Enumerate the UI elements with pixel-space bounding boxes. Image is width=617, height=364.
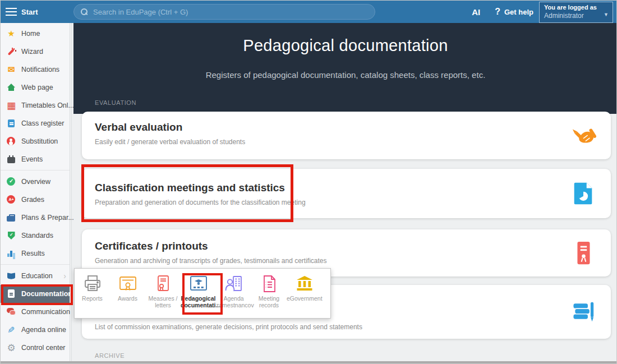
magic-wand-icon xyxy=(6,47,16,57)
card-subtitle: List of commission examinations, generat… xyxy=(95,323,362,331)
sidebar-item-education[interactable]: Education › xyxy=(1,267,70,285)
shield-icon xyxy=(6,231,16,241)
sidebar-item-label: Control center xyxy=(21,344,66,352)
sidebar-item-agenda-online[interactable]: Agenda online xyxy=(1,321,70,339)
ai-button[interactable]: AI xyxy=(472,7,480,17)
logged-as-label: You are logged as xyxy=(544,4,608,11)
page-subtitle: Registers of pedagogical documentation, … xyxy=(73,70,617,80)
sidebar-item-label: Class register xyxy=(21,119,64,127)
pen-icon xyxy=(6,325,16,335)
sidebar-item-web-page[interactable]: Web page xyxy=(1,79,70,96)
sidebar-item-label: Plans & Prepar... xyxy=(21,214,74,222)
page-title: Pedagogical documentation xyxy=(73,36,617,55)
sidebar-item-communication[interactable]: Communication › xyxy=(1,303,70,321)
meeting-records-icon xyxy=(259,274,279,294)
window-bottom-edge xyxy=(1,361,617,363)
sidebar-item-plans[interactable]: Plans & Prepar... xyxy=(1,209,70,227)
sidebar-item-standards[interactable]: Standards xyxy=(1,227,70,245)
calendar-icon xyxy=(6,154,16,164)
sidebar-item-grades[interactable]: Grades xyxy=(1,191,70,209)
sidebar-divider xyxy=(1,170,70,171)
sidebar-item-wizard[interactable]: Wizard xyxy=(1,43,70,61)
pedagogical-documentation-icon xyxy=(188,274,209,294)
card-verbal-evaluation[interactable]: Verbal evaluation Easily edit / generate… xyxy=(82,112,611,159)
bank-building-icon xyxy=(294,274,315,294)
bar-chart-icon xyxy=(6,248,16,259)
document-icon xyxy=(6,289,16,299)
popup-item-label: Agenda zamestnancov xyxy=(216,296,251,308)
sidebar-item-notifications[interactable]: Notifications xyxy=(1,61,70,79)
sidebar-scroll-track[interactable] xyxy=(71,23,72,364)
card-title: Classification meetings and statistics xyxy=(95,182,611,194)
start-button[interactable]: Start xyxy=(21,8,38,16)
popup-item-pedagogical-documentation[interactable]: Pedagogical documentati... xyxy=(181,274,216,318)
sidebar-item-label: Results xyxy=(21,250,45,257)
house-icon xyxy=(6,82,16,93)
popup-item-egovernment[interactable]: eGovernment xyxy=(287,274,322,318)
sidebar-item-class-register[interactable]: Class register xyxy=(1,114,70,132)
section-label-archive: ARCHIVE xyxy=(95,352,125,359)
popup-item-reports[interactable]: Reports xyxy=(75,274,110,318)
open-book-icon xyxy=(6,271,16,281)
edupage-window: { "topbar": { "start_label": "Start", "s… xyxy=(0,0,617,364)
user-menu[interactable]: You are logged as Administrator ▼ xyxy=(539,2,613,23)
sidebar-item-label: Communication xyxy=(21,308,70,316)
popup-item-label: Meeting records xyxy=(251,296,287,308)
sidebar-item-label: Timetables Onl... xyxy=(21,102,74,109)
certificate-icon xyxy=(570,240,596,266)
get-help-label: Get help xyxy=(504,8,533,16)
timetable-grid-icon xyxy=(6,100,16,110)
check-circle-icon xyxy=(6,177,16,187)
card-title: Certificates / printouts xyxy=(95,240,611,252)
sidebar-item-overview[interactable]: Overview xyxy=(1,173,70,191)
chevron-down-icon: ▼ xyxy=(604,12,609,17)
sidebar-item-timetables[interactable]: Timetables Onl... xyxy=(1,96,70,114)
popup-item-agenda-zamestnancov[interactable]: Agenda zamestnancov xyxy=(216,274,251,318)
search-input[interactable] xyxy=(93,8,362,16)
printer-icon xyxy=(82,274,103,294)
sidebar-item-home[interactable]: Home xyxy=(1,25,70,43)
popup-item-label: Measures / letters xyxy=(145,296,181,308)
sidebar-item-label: Web page xyxy=(21,84,53,91)
search-box[interactable] xyxy=(73,4,375,20)
sidebar-item-results[interactable]: Results xyxy=(1,245,70,262)
writing-hand-icon xyxy=(570,123,596,149)
popup-item-label: Reports xyxy=(75,296,110,302)
popup-item-label: eGovernment xyxy=(287,296,322,302)
popup-item-label: Awards xyxy=(110,296,145,302)
sidebar-divider xyxy=(1,264,70,265)
documentation-flyout: Reports Awards Measures / letters Pedago… xyxy=(74,268,331,319)
briefcase-icon xyxy=(6,213,16,223)
sidebar-item-substitution[interactable]: Substitution xyxy=(1,132,70,150)
question-mark-icon: ? xyxy=(495,7,500,17)
popup-item-awards[interactable]: Awards xyxy=(110,274,145,318)
sidebar-item-label: Events xyxy=(21,155,43,163)
sidebar-item-label: Notifications xyxy=(21,66,59,73)
user-name: Administrator xyxy=(544,12,608,20)
sidebar-item-events[interactable]: Events xyxy=(1,150,70,168)
popup-item-meeting-records[interactable]: Meeting records xyxy=(251,274,287,318)
card-classification-meetings[interactable]: Classification meetings and statistics P… xyxy=(82,169,611,218)
star-icon xyxy=(6,29,16,39)
gear-icon xyxy=(6,343,16,353)
person-icon xyxy=(6,136,16,146)
notebook-icon xyxy=(6,118,16,128)
card-subtitle: Preparation and generation of documents … xyxy=(95,199,611,206)
sidebar-item-label: Overview xyxy=(21,178,50,186)
hamburger-menu-icon[interactable] xyxy=(6,8,17,16)
popup-item-measures-letters[interactable]: Measures / letters xyxy=(145,274,181,318)
card-title: Verbal evaluation xyxy=(95,121,611,133)
sidebar-item-documentation[interactable]: Documentation ◄ xyxy=(1,285,70,303)
document-pie-chart-icon xyxy=(570,181,596,206)
sidebar-item-label: Wizard xyxy=(21,48,43,56)
sidebar-item-label: Standards xyxy=(21,232,53,239)
sidebar: Home Wizard Notifications Web page Timet… xyxy=(1,23,70,364)
sidebar-item-control-center[interactable]: Control center xyxy=(1,339,70,357)
page-header: Pedagogical documentation Registers of p… xyxy=(73,23,617,114)
sidebar-item-label: Documentation xyxy=(21,290,72,298)
sidebar-item-label: Education xyxy=(21,272,53,280)
sidebar-item-label: Substitution xyxy=(21,137,58,145)
books-pencil-icon xyxy=(570,299,596,325)
get-help-button[interactable]: ? Get help xyxy=(495,7,533,17)
chat-bubbles-icon xyxy=(6,307,16,317)
